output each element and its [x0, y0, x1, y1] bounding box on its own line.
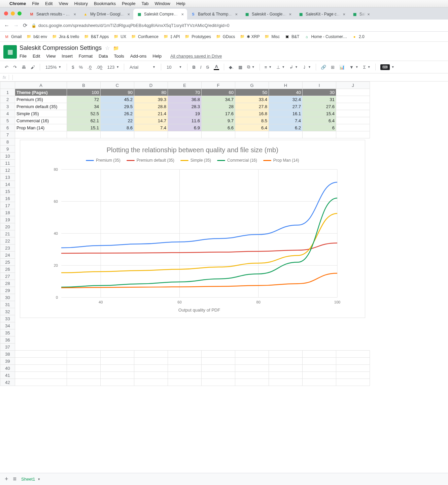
cell[interactable]: [15, 372, 67, 379]
row-header[interactable]: 3: [0, 103, 15, 110]
paint-format-button[interactable]: 🖌: [29, 64, 36, 71]
merge-button[interactable]: ⧉▼: [246, 63, 256, 71]
fill-color-button[interactable]: ◆.: [228, 64, 235, 71]
cell[interactable]: [168, 365, 202, 372]
sheet-grid[interactable]: ABCDEFGHIJ1Theme (Pages)1009080706050403…: [0, 82, 448, 386]
cell[interactable]: 6: [303, 124, 336, 131]
cell[interactable]: [269, 379, 303, 386]
row-header[interactable]: 24: [0, 252, 15, 259]
row-header[interactable]: 27: [0, 273, 15, 280]
cell[interactable]: [235, 379, 269, 386]
cell[interactable]: [202, 379, 235, 386]
cell[interactable]: [235, 131, 269, 138]
browser-tab[interactable]: SBarfoot & Thompson - C×: [187, 9, 241, 20]
cell[interactable]: 15.1: [67, 124, 101, 131]
cell[interactable]: 80: [134, 89, 168, 96]
row-header[interactable]: 25: [0, 259, 15, 266]
row-header[interactable]: 5: [0, 117, 15, 124]
cell[interactable]: 34.7: [202, 96, 235, 103]
cell[interactable]: 22: [101, 117, 134, 124]
decrease-decimal-button[interactable]: .0̲: [86, 64, 93, 71]
cell[interactable]: [336, 96, 370, 103]
cell[interactable]: 34: [67, 103, 101, 110]
tab-close-button[interactable]: ×: [289, 12, 291, 17]
bookmark-item[interactable]: 📁Jira & trello: [52, 34, 79, 39]
cell[interactable]: Theme (Pages): [15, 89, 67, 96]
bookmark-item[interactable]: 📁Prototypes: [184, 34, 211, 39]
row-header[interactable]: 37: [0, 344, 15, 351]
cell[interactable]: 31: [303, 96, 336, 103]
browser-tab[interactable]: ▦Sal×: [349, 9, 373, 20]
mac-menu-item[interactable]: View: [59, 1, 68, 6]
formula-bar[interactable]: fx: [0, 73, 448, 82]
cell[interactable]: [67, 351, 101, 358]
cell[interactable]: [168, 379, 202, 386]
mac-menu-item[interactable]: Chrome: [9, 1, 26, 6]
row-header[interactable]: 30: [0, 294, 15, 301]
doc-menu-item[interactable]: Help: [152, 54, 162, 59]
cell[interactable]: 7.4: [134, 124, 168, 131]
doc-menu-item[interactable]: Data: [99, 54, 108, 59]
cell[interactable]: [134, 351, 168, 358]
row-header[interactable]: 15: [0, 188, 15, 195]
row-header[interactable]: 11: [0, 160, 15, 167]
cell[interactable]: 60: [202, 89, 235, 96]
browser-tab[interactable]: ▦Saleskit - Google Sheet×: [241, 9, 295, 20]
tab-close-button[interactable]: ×: [181, 12, 184, 17]
bookmark-item[interactable]: 📁b&t env: [26, 34, 47, 39]
increase-decimal-button[interactable]: .00̲: [95, 64, 104, 71]
move-folder-icon[interactable]: 📁: [113, 45, 119, 51]
cell[interactable]: 14.7: [134, 117, 168, 124]
col-header[interactable]: E: [168, 82, 202, 89]
cell[interactable]: [336, 117, 370, 124]
close-window-button[interactable]: [4, 11, 8, 15]
back-button[interactable]: ←: [4, 23, 9, 29]
cell[interactable]: 6.9: [168, 124, 202, 131]
cell[interactable]: 19: [168, 110, 202, 117]
col-header[interactable]: J: [336, 82, 370, 89]
row-header[interactable]: 6: [0, 124, 15, 131]
row-header[interactable]: 20: [0, 223, 15, 230]
cell[interactable]: [336, 131, 370, 138]
cell[interactable]: 16.8: [235, 110, 269, 117]
cell[interactable]: [67, 365, 101, 372]
bold-button[interactable]: B: [191, 64, 197, 71]
cell[interactable]: [168, 131, 202, 138]
text-color-button[interactable]: A: [212, 63, 220, 71]
print-button[interactable]: 🖶: [20, 64, 27, 71]
cell[interactable]: 28: [202, 103, 235, 110]
row-header[interactable]: 2: [0, 96, 15, 103]
cell[interactable]: [336, 110, 370, 117]
cell[interactable]: [202, 365, 235, 372]
cell[interactable]: [15, 131, 67, 138]
bookmark-item[interactable]: 📁UX: [113, 34, 126, 39]
cell[interactable]: [168, 372, 202, 379]
cell[interactable]: [303, 365, 336, 372]
percent-button[interactable]: %: [77, 64, 84, 71]
cell[interactable]: 32.4: [269, 96, 303, 103]
doc-title[interactable]: Saleskit Compression Settings: [20, 44, 102, 52]
font-select[interactable]: Arial▼: [128, 64, 158, 70]
doc-menu-item[interactable]: View: [46, 54, 56, 59]
row-header[interactable]: 13: [0, 174, 15, 181]
cell[interactable]: 6.4: [235, 124, 269, 131]
cell[interactable]: 28.8: [134, 103, 168, 110]
minimize-window-button[interactable]: [11, 11, 15, 15]
cell[interactable]: [168, 358, 202, 365]
cell[interactable]: [336, 379, 370, 386]
maximize-window-button[interactable]: [18, 11, 22, 15]
cell[interactable]: [269, 358, 303, 365]
cell[interactable]: [15, 365, 67, 372]
cell[interactable]: [303, 351, 336, 358]
cell[interactable]: [336, 358, 370, 365]
cell[interactable]: [134, 131, 168, 138]
cell[interactable]: [15, 358, 67, 365]
cell[interactable]: [168, 351, 202, 358]
cell[interactable]: [336, 124, 370, 131]
row-header[interactable]: 14: [0, 181, 15, 188]
star-icon[interactable]: ☆: [105, 45, 110, 51]
cell[interactable]: Prop Man (14): [15, 124, 67, 131]
strike-button[interactable]: S: [205, 64, 210, 71]
cell[interactable]: [303, 372, 336, 379]
browser-tab[interactable]: ▦SalesKit - Page counts×: [295, 9, 349, 20]
